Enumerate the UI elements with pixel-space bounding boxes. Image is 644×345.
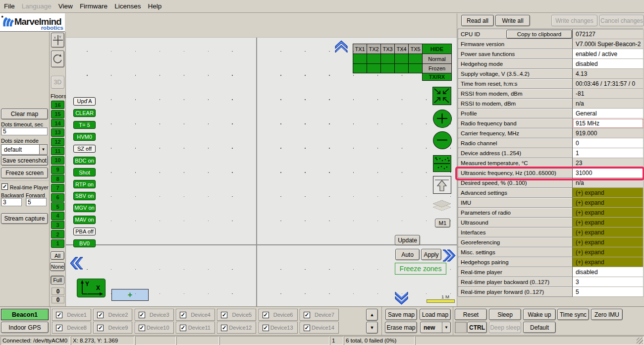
- forward-input[interactable]: 5: [26, 198, 47, 206]
- floor-button-1[interactable]: 1: [51, 239, 64, 248]
- param-value-4[interactable]: 4.13: [573, 69, 644, 79]
- backward-input[interactable]: 3: [1, 198, 22, 206]
- map-button-bv0[interactable]: BV0: [73, 239, 96, 248]
- floors-none-button[interactable]: None: [50, 262, 65, 271]
- ctrl-button[interactable]: CTRL: [467, 322, 487, 333]
- erase-map-button[interactable]: Erase map: [385, 322, 417, 333]
- devices-scroll-up-button[interactable]: ▲: [366, 309, 378, 321]
- tx-cell-row1-4[interactable]: [394, 54, 409, 64]
- update-button[interactable]: Update: [395, 235, 420, 245]
- 3d-view-button[interactable]: 3D: [51, 76, 64, 89]
- device-panel-device1[interactable]: ✓Device1: [52, 309, 91, 321]
- tx-cell-row2-3[interactable]: [380, 63, 395, 73]
- tx-cell-row2-5[interactable]: [408, 63, 423, 73]
- apply-button[interactable]: Apply: [421, 249, 441, 260]
- resize-grip[interactable]: [637, 338, 643, 344]
- device-checkbox[interactable]: ✓: [97, 312, 104, 318]
- realtime-player-checkbox[interactable]: ✓: [1, 183, 8, 190]
- tx-cell-row2-2[interactable]: [367, 63, 381, 73]
- floor-button-14[interactable]: 14: [51, 119, 64, 127]
- device-checkbox[interactable]: ✓: [139, 312, 145, 318]
- write-changes-button[interactable]: Write changes: [551, 15, 597, 26]
- tx-header-tx3[interactable]: TX3: [380, 44, 395, 54]
- beacon1-button[interactable]: Beacon1: [1, 309, 49, 320]
- tx-cell-row1-3[interactable]: [380, 54, 395, 64]
- tx-header-tx2[interactable]: TX2: [367, 44, 381, 54]
- device-checkbox[interactable]: ✓: [97, 325, 104, 331]
- deep-sleep-button[interactable]: Deep sleep: [489, 322, 521, 333]
- zero-imu-button[interactable]: Zero IMU: [591, 309, 623, 320]
- dots-size-select[interactable]: default ▼: [1, 144, 48, 155]
- chevron-down-icon[interactable]: ▼: [442, 322, 450, 333]
- param-value-25[interactable]: 3: [573, 277, 644, 287]
- map-button-sbv-on[interactable]: SBV on: [73, 192, 96, 200]
- param-value-9[interactable]: 915 MHz: [573, 118, 644, 128]
- device-checkbox[interactable]: ✓: [263, 312, 269, 318]
- param-value-21[interactable]: (+) expand: [573, 237, 644, 247]
- load-map-button[interactable]: Load map: [420, 309, 451, 320]
- device-checkbox[interactable]: ✓: [263, 325, 269, 331]
- device-panel-device14[interactable]: ✓Device14: [300, 322, 339, 334]
- time-sync-button[interactable]: Time sync: [557, 309, 589, 320]
- device-checkbox[interactable]: ✓: [221, 312, 227, 318]
- m1-button[interactable]: M1: [435, 219, 450, 228]
- menu-item-help[interactable]: Help: [148, 2, 161, 10]
- layers-icon[interactable]: [431, 200, 453, 216]
- tx-cell-row2-4[interactable]: [394, 63, 409, 73]
- floor-button-9[interactable]: 9: [51, 166, 64, 174]
- param-value-7[interactable]: n/a: [573, 99, 644, 109]
- tx-hide-button[interactable]: HIDE: [422, 44, 452, 54]
- device-panel-device6[interactable]: ✓Device6: [259, 309, 298, 321]
- save-map-button[interactable]: Save map: [385, 309, 417, 320]
- dots-timeout-input[interactable]: 5: [1, 127, 48, 135]
- map-button-clear[interactable]: CLEAR: [73, 109, 96, 117]
- tx-frozen-button[interactable]: Frozen: [422, 63, 452, 73]
- map-button-sz-off[interactable]: SZ off: [73, 145, 96, 153]
- map-button-hvm0[interactable]: HVM0: [73, 133, 96, 141]
- tx-header-tx1[interactable]: TX1: [353, 44, 367, 54]
- param-value-23[interactable]: (+) expand: [573, 257, 644, 267]
- zoom-out-button[interactable]: [433, 131, 452, 149]
- tx-cell-row1-2[interactable]: [367, 54, 381, 64]
- param-value-6[interactable]: -81: [573, 89, 644, 99]
- tx-txrx-button[interactable]: TX/RX: [422, 73, 452, 81]
- map-button-mav-on[interactable]: MAV on: [73, 216, 96, 224]
- floor-button-10[interactable]: 10: [51, 156, 64, 165]
- dots-display-button[interactable]: [433, 155, 451, 172]
- freeze-zones-button[interactable]: Freeze zones: [395, 263, 446, 275]
- device-panel-device2[interactable]: ✓Device2: [93, 309, 132, 321]
- param-value-10[interactable]: 919.000: [573, 128, 644, 138]
- device-panel-device3[interactable]: ✓Device3: [135, 309, 174, 321]
- param-value-8[interactable]: General: [573, 109, 644, 118]
- sleep-button[interactable]: Sleep: [489, 309, 521, 320]
- param-value-5[interactable]: 00:03:46 / 17:31:57 / 0: [573, 79, 644, 89]
- save-screenshot-button[interactable]: Save screenshot: [1, 155, 48, 166]
- menu-item-licenses[interactable]: Licenses: [114, 2, 141, 10]
- reset-button[interactable]: Reset: [455, 309, 487, 320]
- param-value-22[interactable]: (+) expand: [573, 247, 644, 257]
- device-panel-device12[interactable]: ✓Device12: [217, 322, 256, 334]
- param-value-19[interactable]: (+) expand: [573, 218, 644, 228]
- write-all-button[interactable]: Write all: [495, 15, 530, 26]
- param-value-3[interactable]: disabled: [573, 59, 644, 69]
- param-value-17[interactable]: (+) expand: [573, 198, 644, 208]
- map-button-shot[interactable]: Shot: [73, 168, 96, 176]
- param-value-11[interactable]: 0: [573, 138, 644, 148]
- device-panel-device8[interactable]: ✓Device8: [52, 322, 91, 334]
- menu-item-view[interactable]: View: [58, 2, 73, 10]
- copy-to-clipboard-button[interactable]: Copy to clipboard: [506, 30, 572, 39]
- stream-capture-button[interactable]: Stream capture: [1, 213, 48, 224]
- device-checkbox[interactable]: ✓: [180, 312, 186, 318]
- param-value-2[interactable]: enabled / active: [573, 49, 644, 59]
- add-submap-button[interactable]: +: [111, 289, 149, 301]
- menu-item-firmware[interactable]: Firmware: [80, 2, 107, 10]
- device-checkbox[interactable]: ✓: [56, 325, 62, 331]
- map-button-rtp-on[interactable]: RTP on: [73, 180, 96, 188]
- param-value-1[interactable]: V7.000i Super-Beacon-2: [573, 39, 644, 49]
- device-checkbox[interactable]: ✓: [221, 325, 227, 331]
- clear-map-button[interactable]: Clear map: [1, 109, 48, 119]
- device-checkbox[interactable]: ✓: [180, 325, 186, 331]
- floor-button-15[interactable]: 15: [51, 110, 64, 118]
- floors-full-button[interactable]: Full: [51, 276, 64, 285]
- map-button-t-5[interactable]: T= 5: [73, 121, 96, 129]
